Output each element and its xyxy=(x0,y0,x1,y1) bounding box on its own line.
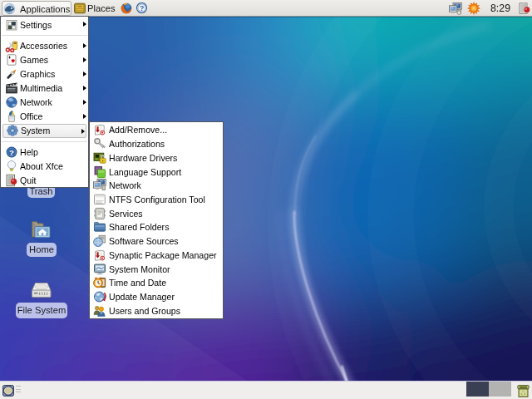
svg-text:?: ? xyxy=(9,147,14,156)
svg-text:?: ? xyxy=(139,4,143,12)
